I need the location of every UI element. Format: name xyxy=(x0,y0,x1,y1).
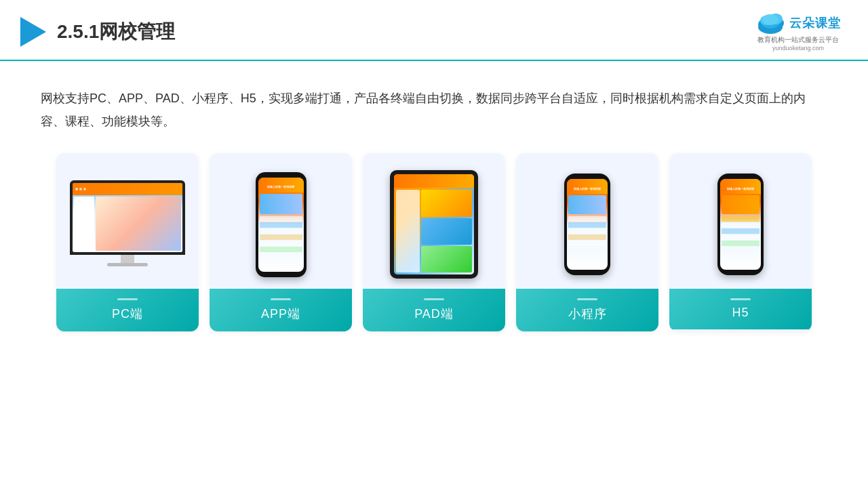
logo-url: yunduoketang.com xyxy=(772,45,824,52)
card-h5-label: H5 xyxy=(669,289,812,329)
card-app: 职途人的第一堂培训课 xyxy=(210,153,352,331)
card-mini-label: 小程序 xyxy=(516,289,658,331)
card-mini-image: 职途人的第一堂培训课 xyxy=(516,153,658,289)
phone-mini-icon: 职途人的第一堂培训课 xyxy=(564,174,610,275)
card-app-label: APP端 xyxy=(210,289,352,331)
phone-h5-icon: 职途人的第一堂培训课 xyxy=(717,174,764,275)
logo-cloud: 云朵课堂 xyxy=(755,12,841,34)
header: 2.5.1网校管理 云朵课堂 教育机构一站式服务云平台 yunduoketang… xyxy=(0,0,868,61)
play-icon xyxy=(20,17,46,47)
card-pad: PAD端 xyxy=(363,153,505,331)
card-pc-image xyxy=(56,153,199,289)
phone-app-icon: 职途人的第一堂培训课 xyxy=(256,172,307,277)
description-text: 网校支持PC、APP、PAD、小程序、H5，实现多端打通，产品各终端自由切换，数… xyxy=(41,87,827,133)
card-pad-image xyxy=(363,153,505,289)
logo-area: 云朵课堂 教育机构一站式服务云平台 yunduoketang.com xyxy=(755,12,841,52)
card-h5-image: 职途人的第一堂培训课 xyxy=(669,153,812,289)
cloud-logo-icon xyxy=(755,12,785,34)
card-h5: 职途人的第一堂培训课 H5 xyxy=(669,153,812,331)
header-left: 2.5.1网校管理 xyxy=(20,17,175,47)
description: 网校支持PC、APP、PAD、小程序、H5，实现多端打通，产品各终端自由切换，数… xyxy=(0,61,868,146)
page-title: 2.5.1网校管理 xyxy=(57,19,175,45)
pc-monitor-icon xyxy=(70,180,185,268)
logo-tagline: 教育机构一站式服务云平台 xyxy=(757,35,839,45)
tablet-pad-icon xyxy=(390,170,478,279)
card-pc-label: PC端 xyxy=(56,289,199,331)
logo-name: 云朵课堂 xyxy=(789,15,841,31)
svg-point-6 xyxy=(762,14,778,25)
card-app-image: 职途人的第一堂培训课 xyxy=(210,153,352,289)
card-mini: 职途人的第一堂培训课 小程序 xyxy=(516,153,658,331)
card-pc: PC端 xyxy=(56,153,199,331)
cards-container: PC端 职途人的第一堂培训课 xyxy=(0,146,868,331)
card-pad-label: PAD端 xyxy=(363,289,505,331)
